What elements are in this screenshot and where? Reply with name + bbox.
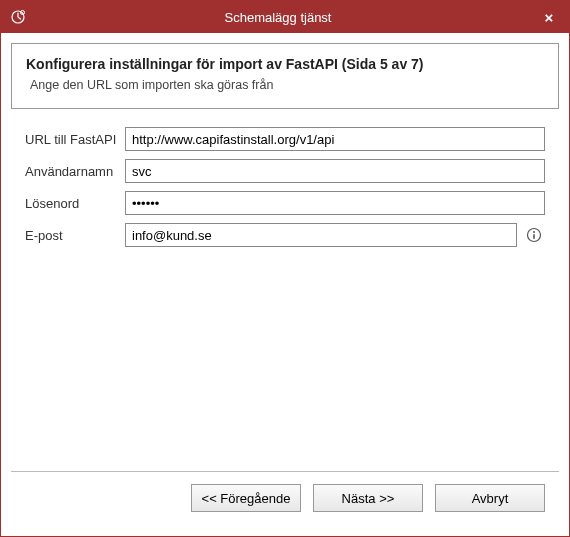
svg-rect-4 [533, 234, 535, 239]
dialog-content: Konfigurera inställningar för import av … [1, 33, 569, 536]
svg-point-3 [533, 231, 535, 233]
row-url: URL till FastAPI [25, 127, 545, 151]
url-input[interactable] [125, 127, 545, 151]
dialog-title: Schemalägg tjänst [27, 10, 529, 25]
cancel-button[interactable]: Avbryt [435, 484, 545, 512]
username-input[interactable] [125, 159, 545, 183]
button-bar: << Föregående Nästa >> Avbryt [11, 471, 559, 526]
info-icon[interactable] [523, 224, 545, 246]
prev-button[interactable]: << Föregående [191, 484, 301, 512]
row-email: E-post [25, 223, 545, 247]
username-label: Användarnamn [25, 164, 125, 179]
wizard-heading: Konfigurera inställningar för import av … [26, 56, 544, 72]
row-username: Användarnamn [25, 159, 545, 183]
close-button[interactable]: × [529, 1, 569, 33]
row-password: Lösenord [25, 191, 545, 215]
app-icon [9, 8, 27, 26]
wizard-header: Konfigurera inställningar för import av … [11, 43, 559, 109]
email-input[interactable] [125, 223, 517, 247]
wizard-subheading: Ange den URL som importen ska göras från [26, 78, 544, 92]
password-input[interactable] [125, 191, 545, 215]
dialog-window: Schemalägg tjänst × Konfigurera inställn… [0, 0, 570, 537]
email-label: E-post [25, 228, 125, 243]
url-label: URL till FastAPI [25, 132, 125, 147]
spacer [11, 255, 559, 471]
password-label: Lösenord [25, 196, 125, 211]
titlebar: Schemalägg tjänst × [1, 1, 569, 33]
form-area: URL till FastAPI Användarnamn Lösenord E… [11, 109, 559, 255]
next-button[interactable]: Nästa >> [313, 484, 423, 512]
